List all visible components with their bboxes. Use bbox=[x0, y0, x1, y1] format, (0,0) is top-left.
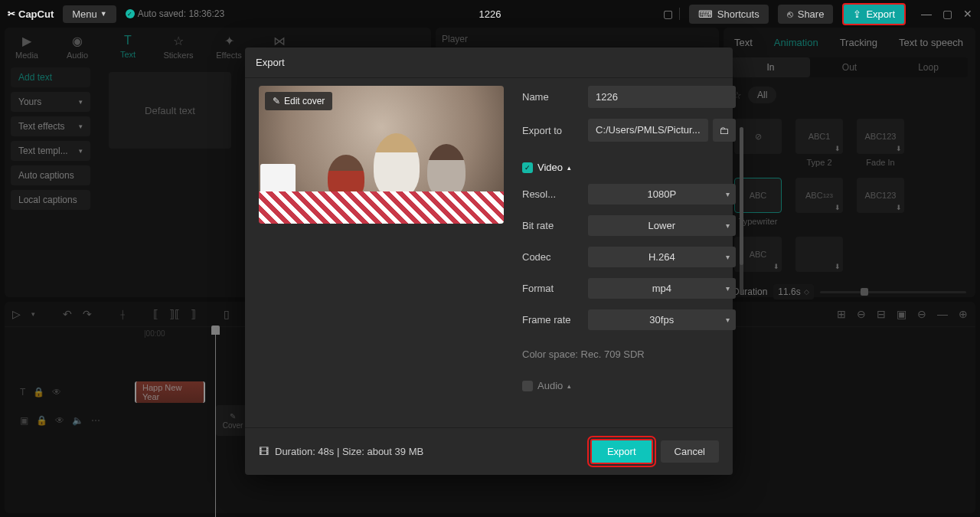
redo-icon[interactable]: ↷ bbox=[83, 308, 92, 320]
anim-card5[interactable]: ABC123⬇ bbox=[795, 178, 843, 213]
tab-text[interactable]: TText bbox=[110, 34, 145, 60]
sidebar-local-captions[interactable]: Local captions bbox=[11, 190, 90, 210]
cancel-button[interactable]: Cancel bbox=[661, 440, 719, 463]
bitrate-label: Bit rate bbox=[522, 220, 580, 231]
text-clip[interactable]: Happ New Year bbox=[135, 381, 205, 403]
menu-label: Menu bbox=[72, 8, 97, 20]
right-panel: Text Animation Tracking Text to speech I… bbox=[724, 28, 975, 297]
playhead-handle[interactable] bbox=[211, 326, 220, 335]
more-icon[interactable]: ⋯ bbox=[91, 415, 100, 426]
anim-type2[interactable]: ABC1⬇ bbox=[795, 119, 843, 154]
scroll-thumb[interactable] bbox=[740, 127, 743, 265]
lock-icon[interactable]: 🔒 bbox=[33, 387, 44, 398]
edit-cover-button[interactable]: ✎Edit cover bbox=[265, 92, 332, 110]
layout-icon[interactable]: ▢ bbox=[663, 8, 680, 20]
logo-icon: ✂ bbox=[8, 8, 15, 19]
anim-fadein[interactable]: ABC123⬇ bbox=[857, 119, 904, 154]
tab-stickers[interactable]: ☆Stickers bbox=[161, 34, 196, 60]
close-icon[interactable]: ✕ bbox=[963, 8, 972, 20]
delete-icon[interactable]: ▯ bbox=[224, 308, 230, 320]
codec-value: H.264 bbox=[648, 251, 675, 263]
zoom-in-icon[interactable]: ⊕ bbox=[959, 308, 968, 320]
chevron-up-icon: ▴ bbox=[567, 382, 571, 390]
default-text-card[interactable]: Default text bbox=[109, 72, 231, 149]
video-checkbox[interactable]: ✓ bbox=[522, 162, 533, 173]
edit-cover-label: Edit cover bbox=[284, 96, 325, 106]
framerate-select[interactable]: 30fps▾ bbox=[588, 309, 736, 330]
tool-icon[interactable]: ⊞ bbox=[837, 308, 846, 320]
trim-mid-icon[interactable]: ⟧⟦ bbox=[169, 308, 180, 320]
share-button[interactable]: ⎋Share bbox=[778, 5, 834, 24]
sidebar-effects-label: Text effects bbox=[18, 121, 64, 132]
bitrate-select[interactable]: Lower▾ bbox=[588, 215, 736, 236]
document-title: 1226 bbox=[479, 8, 501, 20]
subtab-out[interactable]: Out bbox=[810, 57, 889, 77]
rtab-animation[interactable]: Animation bbox=[774, 37, 818, 48]
exportto-input[interactable]: C:/Users/PMLS/Pictur... bbox=[588, 119, 708, 142]
modal-scrollbar[interactable] bbox=[740, 127, 743, 294]
video-section[interactable]: ✓Video▴ bbox=[522, 162, 736, 173]
resolution-select[interactable]: 1080P▾ bbox=[588, 184, 736, 205]
audio-section[interactable]: Audio▴ bbox=[522, 380, 736, 391]
trim-left-icon[interactable]: ⟦ bbox=[153, 308, 158, 320]
visibility-icon[interactable]: 👁 bbox=[52, 387, 61, 398]
sidebar-text-effects[interactable]: Text effects▾ bbox=[11, 116, 90, 136]
browse-folder-button[interactable]: 🗀 bbox=[713, 119, 736, 142]
format-value: mp4 bbox=[652, 283, 671, 294]
sidebar-auto-captions[interactable]: Auto captions bbox=[11, 165, 90, 185]
text-sidebar: Add text Yours▾ Text effects▾ Text templ… bbox=[5, 60, 96, 218]
slider-handle[interactable] bbox=[861, 288, 868, 296]
lock-icon[interactable]: 🔒 bbox=[36, 415, 47, 426]
cover-preview: ✎Edit cover bbox=[259, 86, 504, 224]
visibility-icon[interactable]: 👁 bbox=[55, 415, 64, 426]
subtab-in[interactable]: In bbox=[731, 57, 810, 77]
undo-icon[interactable]: ↶ bbox=[63, 308, 72, 320]
download-icon: ⬇ bbox=[835, 145, 841, 152]
filter-all[interactable]: All bbox=[748, 87, 776, 103]
record-icon[interactable]: ▣ bbox=[897, 308, 906, 320]
minimize-icon[interactable]: — bbox=[921, 8, 932, 20]
codec-select[interactable]: H.264▾ bbox=[588, 247, 736, 267]
subtab-loop[interactable]: Loop bbox=[889, 57, 968, 77]
sidebar-text-templates[interactable]: Text templ...▾ bbox=[11, 141, 90, 161]
mute-icon[interactable]: 🔈 bbox=[72, 415, 83, 426]
maximize-icon[interactable]: ▢ bbox=[942, 8, 952, 20]
rtab-text[interactable]: Text bbox=[734, 37, 753, 48]
export-button-top[interactable]: ⇪Export bbox=[842, 3, 906, 25]
menu-button[interactable]: Menu▼ bbox=[63, 5, 116, 23]
effects-icon: ✦ bbox=[224, 34, 234, 48]
group-icon[interactable]: ⊟ bbox=[877, 308, 886, 320]
upload-icon: ⇪ bbox=[853, 8, 861, 20]
sidebar-add-text[interactable]: Add text bbox=[11, 67, 90, 87]
tab-audio-label: Audio bbox=[67, 51, 88, 60]
tab-media[interactable]: ▶Media bbox=[9, 34, 44, 60]
sidebar-yours[interactable]: Yours▾ bbox=[11, 92, 90, 112]
anim-card8[interactable]: ⬇ bbox=[795, 237, 843, 272]
sidebar-yours-label: Yours bbox=[18, 97, 41, 107]
tab-media-label: Media bbox=[15, 51, 38, 60]
anim-card6[interactable]: ABC123⬇ bbox=[857, 178, 904, 213]
shortcuts-button[interactable]: ⌨Shortcuts bbox=[689, 5, 769, 24]
trim-right-icon[interactable]: ⟧ bbox=[191, 308, 196, 320]
name-input[interactable]: 1226 bbox=[588, 86, 736, 108]
chevron-down-icon[interactable]: ▾ bbox=[31, 310, 35, 318]
text-icon: T bbox=[124, 34, 132, 47]
tab-effects[interactable]: ✦Effects bbox=[211, 34, 247, 60]
rtab-tts[interactable]: Text to speech bbox=[899, 37, 963, 48]
codec-label: Codec bbox=[522, 251, 580, 263]
rtab-tracking[interactable]: Tracking bbox=[840, 37, 877, 48]
zoom-slider[interactable]: — bbox=[937, 308, 948, 320]
audio-checkbox[interactable] bbox=[522, 381, 533, 391]
anim-type2-label: Type 2 bbox=[806, 158, 831, 167]
link-icon[interactable]: ⊖ bbox=[857, 308, 866, 320]
tab-audio[interactable]: ◉Audio bbox=[60, 34, 95, 60]
split-icon[interactable]: ⟊ bbox=[119, 308, 126, 320]
pointer-icon[interactable]: ▷ bbox=[12, 308, 21, 320]
duration-slider[interactable] bbox=[820, 291, 966, 293]
stepper-icon[interactable]: ◇ bbox=[804, 288, 809, 296]
format-select[interactable]: mp4▾ bbox=[588, 278, 736, 299]
name-label: Name bbox=[522, 91, 580, 103]
export-confirm-button[interactable]: Export bbox=[590, 439, 653, 464]
format-label: Format bbox=[522, 283, 580, 294]
zoom-out-icon[interactable]: ⊖ bbox=[917, 308, 926, 320]
